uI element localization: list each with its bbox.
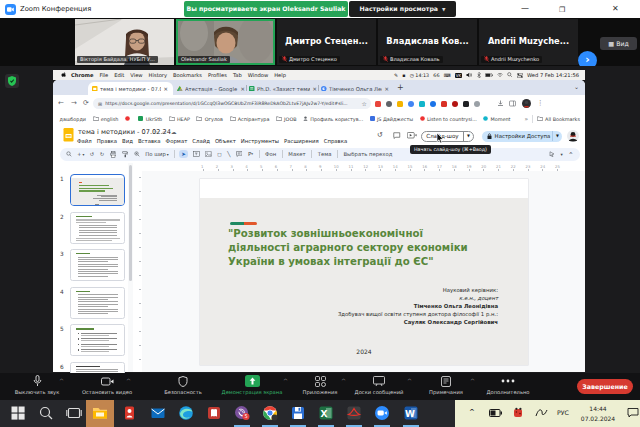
share-settings-button[interactable]: Настройки Доступа ▼	[482, 131, 562, 142]
tray-expand-chevron[interactable]: ^	[469, 408, 475, 416]
star-icon[interactable]: ☆	[153, 129, 158, 135]
current-slide[interactable]: "Розвиток зовнішньоекономічноїдіяльності…	[200, 179, 528, 365]
extension-icon[interactable]	[463, 101, 469, 107]
bookmark-star-icon[interactable]: ☆	[362, 100, 367, 107]
select-tool[interactable]: ➤	[179, 150, 188, 158]
file-explorer-icon[interactable]	[92, 405, 108, 421]
bookmark-item[interactable]: Moment	[483, 116, 510, 122]
share-options-chevron[interactable]: ▼	[552, 131, 562, 141]
end-meeting-button[interactable]: Завершение	[577, 379, 633, 394]
participant-tile[interactable]: Andrii Muzyche...Andrii Muzychenko	[479, 19, 578, 65]
acrobat-app-icon[interactable]	[346, 405, 362, 421]
bookmark-item[interactable]: Listen to countrysi...	[420, 116, 477, 122]
participant-tile[interactable]: Дмитро Стецен...Дмитро Стеценко	[277, 19, 376, 65]
chrome-browser-icon[interactable]	[262, 405, 278, 421]
book-app-icon[interactable]	[206, 405, 222, 421]
slide-thumbnail[interactable]	[70, 174, 125, 206]
transition-button[interactable]: Выбрать переход	[343, 151, 392, 157]
slide-thumbnail[interactable]	[70, 362, 125, 373]
slides-menu-Формат[interactable]: Формат	[166, 138, 188, 144]
browser-tab[interactable]: Тімченко Ольга Леонідівн...✕	[321, 82, 392, 95]
filmstrip-scrollbar[interactable]	[129, 165, 132, 281]
download-icon[interactable]	[497, 100, 504, 107]
new-tab-button[interactable]: +	[397, 83, 404, 92]
bookmark-item[interactable]: дашборди	[60, 116, 87, 122]
slides-menu-Инструменты[interactable]: Инструменты	[241, 138, 279, 144]
redo-icon[interactable]: ↻	[100, 151, 104, 157]
extension-icon[interactable]	[397, 101, 403, 107]
textbox-tool[interactable]	[193, 151, 200, 157]
language-indicator[interactable]: РУС	[557, 409, 569, 416]
extension-icon[interactable]	[452, 101, 458, 107]
mac-menu-profiles[interactable]: Profiles	[208, 72, 227, 78]
browser-tab[interactable]: тема і методики - 07.02.24✕	[88, 82, 173, 95]
zoom-app-taskbar-icon[interactable]	[374, 405, 390, 421]
start-button[interactable]	[10, 405, 26, 421]
search-tools-icon[interactable]	[66, 151, 72, 157]
new-slide-button[interactable]: +▾	[77, 151, 84, 157]
bookmark-item[interactable]: Огулов	[196, 116, 223, 122]
app-tray-icon[interactable]	[513, 407, 524, 418]
background-button[interactable]: Фон	[265, 151, 276, 157]
bookmark-item[interactable]: JOOB	[276, 116, 297, 122]
extension-icon[interactable]	[430, 101, 436, 107]
bookmark-item[interactable]: HEAP	[169, 116, 190, 122]
close-button[interactable]: ✕	[612, 4, 619, 14]
participant-tile[interactable]: Владислав Ков...Владислав Коваль	[378, 19, 477, 65]
image-tool[interactable]	[205, 151, 212, 157]
tab-close-icon[interactable]: ✕	[241, 86, 245, 92]
forward-button[interactable]: →	[71, 99, 77, 107]
paint-format-icon[interactable]	[122, 151, 129, 158]
bookmark-item[interactable]	[125, 116, 132, 121]
slides-menu-Файл[interactable]: Файл	[77, 138, 92, 144]
tab-close-icon[interactable]: ✕	[164, 86, 168, 92]
layout-button[interactable]: Макет	[288, 151, 305, 157]
participant-tile[interactable]: Oleksandr Sauliak	[176, 19, 275, 65]
browser-tab[interactable]: Ph.D. «Захист теми та мет...✕	[249, 82, 320, 95]
mac-menu-help[interactable]: Help	[274, 72, 286, 78]
slide-thumbnail[interactable]	[70, 212, 125, 244]
mac-menu-history[interactable]: History	[149, 72, 167, 78]
all-bookmarks-button[interactable]: All Bookmarks	[537, 116, 580, 122]
taskbar-search-icon[interactable]	[38, 405, 54, 421]
undo-icon[interactable]: ↺	[90, 151, 94, 157]
extension-icon[interactable]	[386, 101, 392, 107]
save-app-icon[interactable]	[290, 405, 306, 421]
move-folder-icon[interactable]: ▱	[162, 129, 166, 135]
mac-menu-tab[interactable]: Tab	[233, 72, 242, 78]
fill-tool[interactable]: P▾	[248, 151, 253, 157]
slides-menu-Вид[interactable]: Вид	[122, 138, 133, 144]
toolbar-more-chevron[interactable]: ▾	[561, 152, 563, 157]
history-icon[interactable]: ↺	[377, 131, 383, 139]
shape-tool[interactable]: ◻	[217, 151, 221, 157]
side-panel-icon[interactable]	[509, 100, 516, 107]
slideshow-button[interactable]: Слайд-шоу▼	[421, 131, 474, 142]
tab-close-icon[interactable]: ✕	[385, 86, 389, 92]
zoom-select[interactable]: По шир▾	[145, 151, 168, 157]
collapse-toolbar-icon[interactable]: ^	[569, 151, 573, 157]
slide-thumbnail[interactable]	[70, 249, 125, 281]
reload-button[interactable]: ⟳	[83, 99, 89, 107]
mac-menu-chrome[interactable]: Chrome	[71, 72, 94, 78]
mac-menu-file[interactable]: File	[100, 72, 109, 78]
slides-menu-Вставка[interactable]: Вставка	[138, 138, 161, 144]
extension-icon[interactable]	[441, 101, 447, 107]
mac-menu-edit[interactable]: Edit	[114, 72, 124, 78]
address-bar[interactable]: ⊞ https://docs.google.com/presentation/d…	[93, 98, 371, 109]
mac-menu-window[interactable]: Window	[248, 72, 268, 78]
profile-avatar[interactable]	[522, 99, 531, 108]
word-app-icon[interactable]: W	[403, 405, 419, 421]
mac-menu-view[interactable]: View	[130, 72, 142, 78]
bookmark-item[interactable]: UkrStb	[138, 116, 162, 122]
viber-app-icon[interactable]: 5	[234, 405, 250, 421]
task-view-icon[interactable]	[66, 405, 82, 421]
bookmark-item[interactable]: Профиль користув...	[303, 116, 363, 122]
user-avatar[interactable]	[567, 130, 579, 142]
slides-menu-Слайд[interactable]: Слайд	[192, 138, 210, 144]
people-app-icon[interactable]	[122, 405, 138, 421]
browser-menu-icon[interactable]: ⋮	[537, 99, 544, 107]
slides-menu-Расширения[interactable]: Расширения	[284, 138, 319, 144]
slide-thumbnail[interactable]	[70, 324, 125, 356]
present-camera-icon[interactable]	[407, 132, 417, 140]
slides-menu-Объект[interactable]: Объект	[215, 138, 236, 144]
